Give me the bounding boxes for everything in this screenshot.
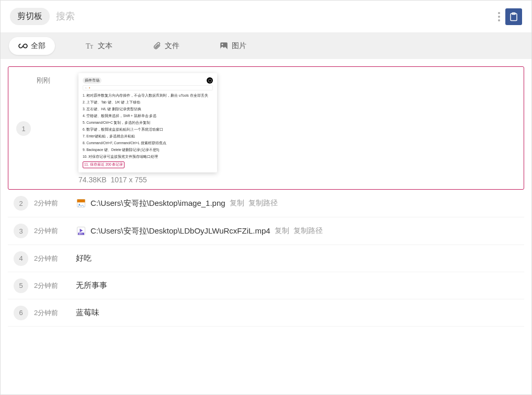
item-time: 2分钟前: [34, 199, 76, 208]
image-meta: 74.38KB 1017 x 755: [78, 176, 522, 184]
file-path: C:\Users\安哥拉\Desktop\image_1.png: [90, 199, 225, 208]
item-index: 1: [10, 121, 37, 136]
infinity-icon: [18, 41, 28, 51]
clipboard-text: 好吃: [76, 253, 92, 263]
thumb-url-bar: ▪: [83, 85, 213, 90]
png-file-icon: [76, 198, 86, 208]
copy-path-action[interactable]: 复制路径: [293, 226, 323, 236]
copy-action[interactable]: 复制: [230, 199, 244, 208]
copy-path-action[interactable]: 复制路径: [248, 199, 278, 208]
tab-label: 全部: [31, 41, 46, 51]
file-path: C:\Users\安哥拉\Desktop\LDbOyJLWuRcxFZiL.mp…: [90, 226, 270, 236]
app-name-badge: 剪切板: [10, 8, 50, 25]
item-time: 2分钟前: [34, 254, 76, 263]
item-time: 刚刚: [37, 73, 78, 85]
item-time: 2分钟前: [34, 281, 76, 291]
item-index: 5: [8, 278, 34, 293]
svg-text:T: T: [90, 44, 93, 50]
tab-bar: 全部 TT 文本 文件 图片: [1, 33, 531, 59]
svg-point-4: [222, 44, 223, 45]
svg-rect-6: [77, 200, 85, 203]
clipboard-text: 蓝莓味: [76, 308, 99, 318]
tab-text[interactable]: TT 文本: [76, 37, 122, 55]
clipboard-list: 1 刚刚 ⬡ 插件市场 ▪ 1. 相对原件数复方向内存操作，不会导入数据库则时，…: [1, 59, 531, 334]
tab-all[interactable]: 全部: [9, 37, 55, 55]
item-index: 2: [8, 196, 34, 211]
clipboard-text: 无所事事: [76, 281, 107, 291]
list-item[interactable]: 5 2分钟前 无所事事: [8, 272, 524, 299]
list-item[interactable]: 3 2分钟前 MP4 C:\Users\安哥拉\Desktop\LDbOyJLW…: [8, 217, 524, 245]
list-item[interactable]: 6 2分钟前 蓝莓味: [8, 299, 524, 327]
tab-file[interactable]: 文件: [143, 37, 189, 55]
copy-action[interactable]: 复制: [275, 226, 289, 236]
mp4-file-icon: MP4: [76, 226, 86, 236]
more-vertical-icon[interactable]: [498, 12, 500, 21]
item-index: 3: [8, 224, 34, 238]
clipboard-app-icon[interactable]: [505, 8, 522, 25]
attachment-icon: [152, 41, 162, 51]
image-thumbnail[interactable]: ⬡ 插件市场 ▪ 1. 相对原件数复方向内存操作，不会导入数据库则时，删去 uT…: [78, 73, 217, 172]
list-item[interactable]: 2 2分钟前 C:\Users\安哥拉\Desktop\image_1.png …: [8, 190, 524, 217]
text-icon: TT: [85, 41, 95, 51]
search-input[interactable]: [56, 11, 498, 22]
tab-label: 图片: [232, 41, 246, 51]
thumb-title: 插件市场: [83, 77, 101, 84]
list-item[interactable]: 1 刚刚 ⬡ 插件市场 ▪ 1. 相对原件数复方向内存操作，不会导入数据库则时，…: [8, 66, 524, 190]
item-index: 4: [8, 251, 34, 266]
item-time: 2分钟前: [34, 226, 76, 236]
image-icon: [219, 41, 229, 51]
tab-label: 文件: [165, 41, 179, 51]
list-item[interactable]: 4 2分钟前 好吃: [8, 245, 524, 272]
thumb-text-lines: 1. 相对原件数复方向内存操作，不会导入数据库则时，删去 uTools 在全部丢…: [83, 92, 213, 168]
header: 剪切板: [1, 1, 531, 33]
item-index: 6: [8, 306, 34, 320]
item-time: 2分钟前: [34, 308, 76, 318]
hex-icon: ⬡: [207, 77, 213, 84]
svg-text:MP4: MP4: [79, 233, 83, 235]
tab-image[interactable]: 图片: [210, 37, 256, 55]
tab-label: 文本: [98, 41, 112, 51]
